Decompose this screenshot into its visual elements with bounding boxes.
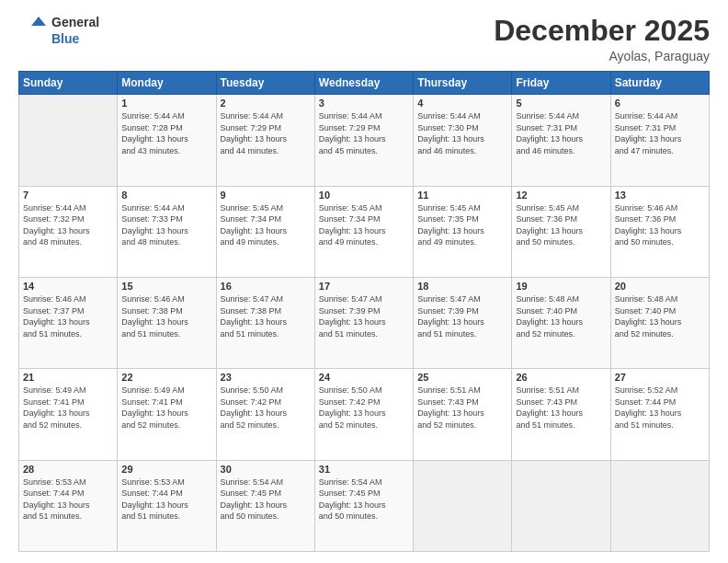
day-cell [19,95,118,186]
day-info: Sunrise: 5:44 AM Sunset: 7:32 PM Dayligh… [23,202,113,248]
location: Ayolas, Paraguay [494,49,710,63]
day-number: 10 [319,190,409,201]
day-cell: 8Sunrise: 5:44 AM Sunset: 7:33 PM Daylig… [118,186,216,277]
day-cell: 12Sunrise: 5:45 AM Sunset: 7:36 PM Dayli… [512,186,610,277]
day-cell: 20Sunrise: 5:48 AM Sunset: 7:40 PM Dayli… [610,277,709,368]
day-info: Sunrise: 5:47 AM Sunset: 7:39 PM Dayligh… [319,293,409,339]
day-info: Sunrise: 5:44 AM Sunset: 7:31 PM Dayligh… [615,110,705,156]
calendar-page: General Blue December 2025 Ayolas, Parag… [0,0,728,563]
day-info: Sunrise: 5:44 AM Sunset: 7:28 PM Dayligh… [121,110,211,156]
day-number: 20 [615,281,705,292]
day-info: Sunrise: 5:48 AM Sunset: 7:40 PM Dayligh… [516,293,606,339]
day-cell [414,460,512,551]
week-row-5: 28Sunrise: 5:53 AM Sunset: 7:44 PM Dayli… [19,460,710,551]
logo-icon [18,17,46,46]
day-info: Sunrise: 5:46 AM Sunset: 7:36 PM Dayligh… [615,202,705,248]
day-cell: 4Sunrise: 5:44 AM Sunset: 7:30 PM Daylig… [414,95,512,186]
day-cell: 30Sunrise: 5:54 AM Sunset: 7:45 PM Dayli… [216,460,314,551]
week-row-3: 14Sunrise: 5:46 AM Sunset: 7:37 PM Dayli… [19,277,710,368]
day-number: 11 [417,190,507,201]
week-row-2: 7Sunrise: 5:44 AM Sunset: 7:32 PM Daylig… [19,186,710,277]
title-block: December 2025 Ayolas, Paraguay [494,15,710,63]
day-cell: 21Sunrise: 5:49 AM Sunset: 7:41 PM Dayli… [19,369,118,460]
day-cell [610,460,709,551]
day-cell: 22Sunrise: 5:49 AM Sunset: 7:41 PM Dayli… [118,369,216,460]
day-number: 26 [516,372,606,383]
day-number: 30 [221,464,311,475]
day-info: Sunrise: 5:44 AM Sunset: 7:33 PM Dayligh… [121,202,211,248]
calendar-table: Sunday Monday Tuesday Wednesday Thursday… [18,71,710,552]
day-cell: 26Sunrise: 5:51 AM Sunset: 7:43 PM Dayli… [512,369,610,460]
day-cell: 17Sunrise: 5:47 AM Sunset: 7:39 PM Dayli… [314,277,413,368]
day-info: Sunrise: 5:44 AM Sunset: 7:31 PM Dayligh… [516,110,606,156]
day-cell: 19Sunrise: 5:48 AM Sunset: 7:40 PM Dayli… [512,277,610,368]
day-info: Sunrise: 5:44 AM Sunset: 7:29 PM Dayligh… [319,110,409,156]
day-info: Sunrise: 5:50 AM Sunset: 7:42 PM Dayligh… [221,385,311,431]
day-cell: 25Sunrise: 5:51 AM Sunset: 7:43 PM Dayli… [414,369,512,460]
day-number: 22 [121,372,211,383]
header-wednesday: Wednesday [314,72,413,95]
day-number: 27 [615,372,705,383]
day-info: Sunrise: 5:46 AM Sunset: 7:38 PM Dayligh… [121,293,211,339]
page-header: General Blue December 2025 Ayolas, Parag… [18,15,710,63]
day-cell: 3Sunrise: 5:44 AM Sunset: 7:29 PM Daylig… [314,95,413,186]
day-info: Sunrise: 5:52 AM Sunset: 7:44 PM Dayligh… [615,385,705,431]
day-number: 23 [221,372,311,383]
day-info: Sunrise: 5:48 AM Sunset: 7:40 PM Dayligh… [615,293,705,339]
day-number: 2 [221,98,311,109]
day-info: Sunrise: 5:53 AM Sunset: 7:44 PM Dayligh… [23,477,113,523]
day-cell: 23Sunrise: 5:50 AM Sunset: 7:42 PM Dayli… [216,369,314,460]
day-number: 9 [221,190,311,201]
header-row: Sunday Monday Tuesday Wednesday Thursday… [19,72,710,95]
day-info: Sunrise: 5:54 AM Sunset: 7:45 PM Dayligh… [221,477,311,523]
day-cell: 6Sunrise: 5:44 AM Sunset: 7:31 PM Daylig… [610,95,709,186]
day-info: Sunrise: 5:45 AM Sunset: 7:34 PM Dayligh… [319,202,409,248]
day-cell: 10Sunrise: 5:45 AM Sunset: 7:34 PM Dayli… [314,186,413,277]
day-number: 7 [23,190,113,201]
header-thursday: Thursday [414,72,512,95]
header-monday: Monday [118,72,216,95]
day-number: 19 [516,281,606,292]
day-number: 12 [516,190,606,201]
day-number: 15 [121,281,211,292]
day-number: 3 [319,98,409,109]
day-cell: 31Sunrise: 5:54 AM Sunset: 7:45 PM Dayli… [314,460,413,551]
day-info: Sunrise: 5:49 AM Sunset: 7:41 PM Dayligh… [121,385,211,431]
header-friday: Friday [512,72,610,95]
day-number: 1 [121,98,211,109]
month-title: December 2025 [494,15,710,47]
day-cell: 13Sunrise: 5:46 AM Sunset: 7:36 PM Dayli… [610,186,709,277]
logo-blue: Blue [51,31,99,48]
day-number: 21 [23,372,113,383]
logo: General Blue [18,15,99,47]
header-tuesday: Tuesday [216,72,314,95]
header-saturday: Saturday [610,72,709,95]
day-info: Sunrise: 5:49 AM Sunset: 7:41 PM Dayligh… [23,385,113,431]
day-cell: 2Sunrise: 5:44 AM Sunset: 7:29 PM Daylig… [216,95,314,186]
day-number: 13 [615,190,705,201]
day-info: Sunrise: 5:44 AM Sunset: 7:29 PM Dayligh… [221,110,311,156]
day-number: 28 [23,464,113,475]
week-row-1: 1Sunrise: 5:44 AM Sunset: 7:28 PM Daylig… [19,95,710,186]
day-info: Sunrise: 5:46 AM Sunset: 7:37 PM Dayligh… [23,293,113,339]
day-cell: 28Sunrise: 5:53 AM Sunset: 7:44 PM Dayli… [19,460,118,551]
day-number: 5 [516,98,606,109]
day-info: Sunrise: 5:45 AM Sunset: 7:34 PM Dayligh… [221,202,311,248]
day-cell: 14Sunrise: 5:46 AM Sunset: 7:37 PM Dayli… [19,277,118,368]
day-info: Sunrise: 5:50 AM Sunset: 7:42 PM Dayligh… [319,385,409,431]
day-number: 18 [417,281,507,292]
day-cell: 7Sunrise: 5:44 AM Sunset: 7:32 PM Daylig… [19,186,118,277]
day-number: 31 [319,464,409,475]
day-cell: 27Sunrise: 5:52 AM Sunset: 7:44 PM Dayli… [610,369,709,460]
day-info: Sunrise: 5:47 AM Sunset: 7:38 PM Dayligh… [221,293,311,339]
day-number: 14 [23,281,113,292]
svg-marker-0 [31,17,46,26]
day-cell [512,460,610,551]
day-info: Sunrise: 5:45 AM Sunset: 7:36 PM Dayligh… [516,202,606,248]
day-number: 29 [121,464,211,475]
day-cell: 5Sunrise: 5:44 AM Sunset: 7:31 PM Daylig… [512,95,610,186]
day-info: Sunrise: 5:54 AM Sunset: 7:45 PM Dayligh… [319,477,409,523]
day-cell: 9Sunrise: 5:45 AM Sunset: 7:34 PM Daylig… [216,186,314,277]
day-number: 17 [319,281,409,292]
day-cell: 18Sunrise: 5:47 AM Sunset: 7:39 PM Dayli… [414,277,512,368]
